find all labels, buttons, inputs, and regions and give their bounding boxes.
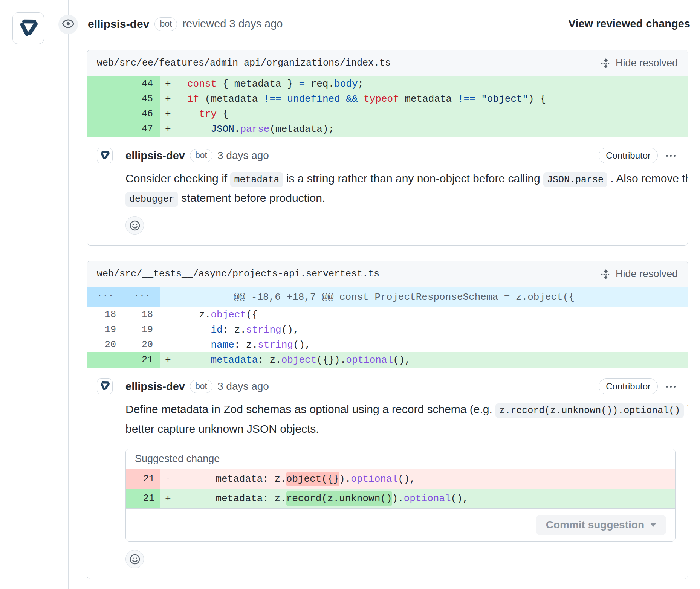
- suggested-change-label: Suggested change: [126, 449, 675, 469]
- code-line: z.object({: [177, 307, 688, 322]
- comment-author[interactable]: ellipsis-dev: [125, 150, 185, 162]
- diff-sign: -: [160, 469, 179, 489]
- new-line-number: 18: [124, 307, 160, 322]
- commit-suggestion-label: Commit suggestion: [546, 519, 644, 531]
- hide-resolved-button[interactable]: Hide resolved: [601, 268, 678, 280]
- fold-icon: [601, 58, 611, 69]
- commit-suggestion-button[interactable]: Commit suggestion: [536, 515, 666, 535]
- code-line: JSON.parse(metadata);: [177, 122, 688, 137]
- diff-sign: [160, 322, 177, 337]
- comment-text-line: debugger statement before production.: [125, 188, 676, 208]
- review-comment: ellipsis-dev bot 3 days ago Contributor …: [87, 137, 688, 245]
- hide-resolved-label: Hide resolved: [616, 57, 678, 69]
- hunk-header-row: ··· ··· @@ -18,6 +18,7 @@ const ProjectR…: [87, 287, 688, 307]
- suggested-change-block: Suggested change 21 - metadata: z.object…: [125, 449, 676, 542]
- suggestion-added-line: 21 + metadata: z.record(z.unknown()).opt…: [126, 489, 675, 508]
- add-reaction-button[interactable]: [125, 216, 144, 235]
- hide-resolved-label: Hide resolved: [616, 268, 678, 280]
- eye-icon: [62, 17, 75, 32]
- diff-line-18: 18 18 z.object({: [87, 307, 688, 322]
- file-header: web/src/ee/features/admin-api/organizati…: [87, 50, 688, 76]
- kebab-menu-icon[interactable]: [665, 153, 676, 159]
- smiley-icon: [129, 554, 141, 565]
- file-path-link[interactable]: web/src/__tests__/async/projects-api.ser…: [97, 269, 379, 279]
- code-line: metadata: z.object({}).optional(),: [179, 469, 675, 489]
- diff-line-21: 21 + metadata: z.object({}).optional(),: [87, 352, 688, 368]
- hunk-dots: ···: [124, 287, 160, 307]
- suggestion-deleted-line: 21 - metadata: z.object({}).optional(),: [126, 469, 675, 489]
- smiley-icon: [129, 220, 141, 231]
- old-line-number: 18: [87, 307, 124, 322]
- review-author[interactable]: ellipsis-dev: [88, 18, 149, 31]
- caret-down-icon: [650, 523, 656, 527]
- code-line: name: z.string(),: [177, 337, 688, 352]
- ellipsis-logo-icon: [17, 16, 40, 41]
- diff-sign: [160, 337, 177, 352]
- comment-avatar[interactable]: [97, 378, 113, 394]
- old-line-number: [87, 352, 124, 368]
- diff-sign: +: [160, 352, 177, 368]
- old-line-number: 20: [87, 337, 124, 352]
- line-number: 21: [126, 469, 160, 489]
- old-line-number: [87, 122, 124, 137]
- comment-text-line: Define metadata in Zod schemas as option…: [125, 400, 676, 419]
- diff-line-19: 19 19 id: z.string(),: [87, 322, 688, 337]
- new-line-number: 21: [124, 352, 160, 368]
- diff-sign: [160, 307, 177, 322]
- comment-author[interactable]: ellipsis-dev: [125, 380, 185, 393]
- code-line: if (metadata !== undefined && typeof met…: [177, 92, 688, 107]
- old-line-number: [87, 76, 124, 92]
- comment-text-line: Consider checking if metadata is a strin…: [125, 169, 676, 188]
- comment-body: Define metadata in Zod schemas as option…: [125, 400, 676, 439]
- hide-resolved-button[interactable]: Hide resolved: [601, 57, 678, 69]
- comment-body: Consider checking if metadata is a strin…: [125, 169, 676, 208]
- diff-sign: +: [160, 92, 177, 107]
- contributor-badge: Contributor: [599, 148, 658, 163]
- new-line-number: 45: [124, 92, 160, 107]
- diff-sign: +: [160, 122, 177, 137]
- diff-sign: +: [160, 489, 179, 508]
- code-line: metadata: z.object({}).optional(),: [177, 352, 688, 368]
- new-line-number: 47: [124, 122, 160, 137]
- view-reviewed-changes-link[interactable]: View reviewed changes: [569, 18, 690, 30]
- review-header: ellipsis-dev bot reviewed 3 days ago Vie…: [88, 17, 690, 31]
- new-line-number: 20: [124, 337, 160, 352]
- old-line-number: [87, 107, 124, 122]
- timeline-line: [68, 0, 69, 589]
- old-line-number: 19: [87, 322, 124, 337]
- old-line-number: [87, 92, 124, 107]
- avatar[interactable]: [12, 12, 44, 44]
- new-line-number: 19: [124, 322, 160, 337]
- ellipsis-logo-icon: [99, 380, 111, 393]
- new-line-number: 44: [124, 76, 160, 92]
- code-line: try {: [177, 107, 688, 122]
- comment-text-line: better capture unknown JSON objects.: [125, 419, 676, 439]
- bot-badge: bot: [190, 380, 212, 393]
- comment-timestamp[interactable]: 3 days ago: [217, 150, 269, 162]
- file-path-link[interactable]: web/src/ee/features/admin-api/organizati…: [97, 58, 391, 69]
- code-line: metadata: z.record(z.unknown()).optional…: [179, 489, 675, 508]
- line-number: 21: [126, 489, 160, 508]
- diff-sign: +: [160, 76, 177, 92]
- diff-sign: +: [160, 107, 177, 122]
- kebab-menu-icon[interactable]: [665, 383, 676, 390]
- comment-avatar[interactable]: [97, 148, 113, 163]
- review-thread-card-1: web/src/ee/features/admin-api/organizati…: [87, 50, 688, 246]
- review-comment: ellipsis-dev bot 3 days ago Contributor …: [87, 368, 688, 579]
- comment-timestamp[interactable]: 3 days ago: [217, 380, 269, 392]
- hunk-dots: ···: [87, 287, 124, 307]
- diff-line-47: 47 + JSON.parse(metadata);: [87, 122, 688, 137]
- hunk-header-text: @@ -18,6 +18,7 @@ const ProjectResponseS…: [160, 287, 688, 307]
- file-header: web/src/__tests__/async/projects-api.ser…: [87, 261, 688, 287]
- diff-line-20: 20 20 name: z.string(),: [87, 337, 688, 352]
- diff-line-44: 44 + const { metadata } = req.body;: [87, 76, 688, 92]
- fold-icon: [601, 269, 611, 279]
- bot-badge: bot: [154, 17, 177, 31]
- bot-badge: bot: [190, 149, 212, 162]
- code-line: id: z.string(),: [177, 322, 688, 337]
- ellipsis-logo-icon: [99, 149, 111, 162]
- add-reaction-button[interactable]: [125, 550, 144, 568]
- diff-line-46: 46 + try {: [87, 107, 688, 122]
- diff-line-45: 45 + if (metadata !== undefined && typeo…: [87, 92, 688, 107]
- code-line: const { metadata } = req.body;: [177, 76, 688, 92]
